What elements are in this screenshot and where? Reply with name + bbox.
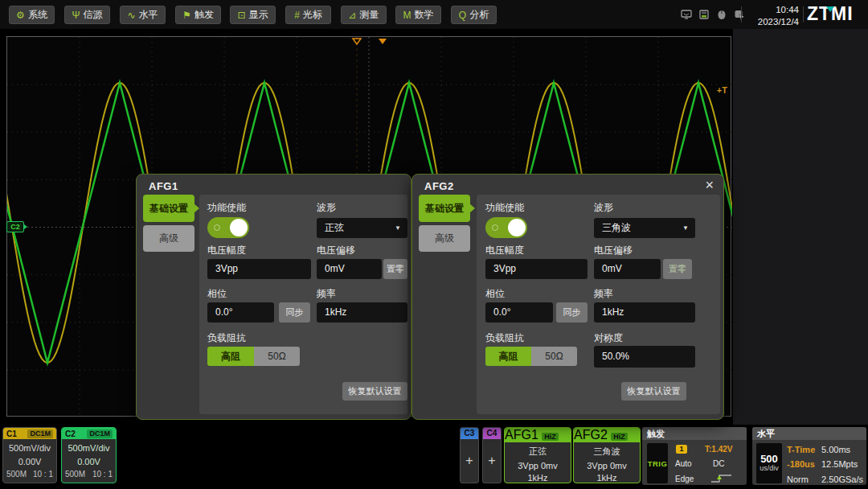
load-hiz-button[interactable]: 高阻 (485, 347, 531, 366)
afg1-dialog: AFG1 基础设置 高级 功能使能 波形 正弦▼ 电压幅度 电压偏移 3Vpp … (136, 174, 411, 420)
horizontal-section[interactable]: 水平 500 us/div T-Time 5.00ms -180us 12.5M… (752, 427, 866, 485)
triangle-ruler-icon: ⊿ (348, 10, 356, 20)
load-impedance-segment: 高阻 50Ω (207, 347, 300, 366)
menu-horizontal[interactable]: ∿水平 (120, 6, 166, 24)
load-50ohm-button[interactable]: 50Ω (254, 347, 300, 366)
probe-ratio: 10 : 1 (92, 470, 113, 479)
zero-button[interactable]: 置零 (383, 259, 407, 279)
frequency-input[interactable]: 1kHz (594, 302, 695, 323)
logo-triangle-icon (826, 6, 834, 12)
afg-wave: 三角波 (574, 446, 640, 458)
menu-source[interactable]: Ψ信源 (64, 6, 110, 24)
trigger-position-marker-icon[interactable] (377, 38, 388, 46)
channel2-ground-marker[interactable]: C2 (6, 221, 24, 232)
bandwidth: 500M (6, 470, 27, 479)
brand-logo: ZTMI (807, 3, 866, 25)
menu-analyze[interactable]: Q分析 (451, 6, 497, 24)
channel-id: C2 (65, 429, 76, 438)
coupling-badge: DC1M (87, 429, 113, 438)
offset-input[interactable]: 0mV (594, 259, 661, 279)
amplitude-input[interactable]: 3Vpp (207, 259, 311, 279)
channel-id: C1 (6, 429, 17, 438)
zero-button[interactable]: 置零 (663, 259, 692, 279)
mouse-status-icon (715, 8, 728, 21)
trigger-time-marker-icon[interactable] (351, 38, 362, 46)
sync-button[interactable]: 同步 (556, 302, 588, 323)
menu-cursor[interactable]: #光标 (285, 6, 331, 24)
chevron-down-icon: ▼ (395, 218, 401, 238)
restore-defaults-button[interactable]: 恢复默认设置 (342, 382, 407, 401)
screen-status-icon (680, 8, 693, 21)
waveform-select[interactable]: 三角波▼ (594, 218, 695, 238)
afg-frequency: 1kHz (505, 473, 571, 483)
touch-status-icon (733, 8, 746, 21)
wave-icon: ∿ (127, 10, 135, 20)
offset-label: 电压偏移 (594, 244, 633, 257)
add-channel4-button[interactable]: + (483, 439, 501, 483)
menu-system[interactable]: ⚙系统 (9, 6, 55, 24)
afg-id: AFG1 (505, 428, 538, 442)
trigger-section[interactable]: 触发 TRIG 1 T:1.42V Auto DC Edge (642, 427, 747, 485)
amplitude-label: 电压幅度 (485, 244, 524, 257)
waveform-label: 波形 (594, 201, 613, 215)
phase-label: 相位 (485, 287, 505, 301)
tab-basic-settings[interactable]: 基础设置 (143, 195, 194, 222)
trigger-type: Edge (675, 475, 694, 483)
status-icon-group (680, 8, 746, 21)
tab-basic-settings[interactable]: 基础设置 (419, 195, 470, 222)
channel-id: C4 (483, 428, 501, 439)
sync-button[interactable]: 同步 (279, 302, 310, 323)
bandwidth: 500M (65, 470, 85, 479)
menu-trigger[interactable]: ⚑触发 (175, 6, 221, 24)
channel4-box[interactable]: C4 + (482, 427, 502, 483)
enable-label: 功能使能 (207, 201, 246, 215)
restore-defaults-button[interactable]: 恢复默认设置 (621, 382, 686, 401)
channel-scale: 500mV/div (62, 443, 116, 453)
tab-advanced[interactable]: 高级 (143, 225, 194, 252)
waveform-label: 波形 (317, 201, 336, 215)
load-impedance-segment: 高阻 50Ω (485, 347, 577, 366)
enable-toggle[interactable] (485, 217, 527, 238)
offset-input[interactable]: 0mV (317, 259, 382, 279)
frequency-input[interactable]: 1kHz (317, 302, 407, 323)
coupling-badge: DC1M (27, 429, 53, 438)
antenna-icon: Ψ (72, 10, 80, 20)
load-impedance-label: 负载阻抗 (207, 331, 246, 345)
channel2-box[interactable]: C2 DC1M 500mV/div 0.00V 500M10 : 1 (61, 427, 117, 483)
load-hiz-button[interactable]: 高阻 (207, 347, 254, 366)
load-50ohm-button[interactable]: 50Ω (531, 347, 577, 366)
enable-toggle[interactable] (207, 217, 249, 238)
crosshair-icon: # (294, 10, 300, 20)
probe-ratio: 10 : 1 (33, 470, 53, 479)
add-channel3-button[interactable]: + (461, 439, 478, 483)
menu-measure[interactable]: ⊿测量 (341, 6, 387, 24)
gear-icon: ⚙ (16, 10, 25, 20)
trigger-indicator-box[interactable]: TRIG (647, 443, 668, 483)
afg-amp-offset: 3Vpp 0mv (505, 461, 571, 471)
trig-status: TRIG (648, 459, 668, 468)
close-icon[interactable]: × (705, 178, 714, 192)
timebase-box[interactable]: 500 us/div (756, 443, 782, 483)
channel1-box[interactable]: C1 DC1M 500mV/div 0.00V 500M10 : 1 (2, 427, 57, 483)
afg2-dialog: AFG2 × 基础设置 高级 功能使能 波形 三角波▼ 电压幅度 电压偏移 3V… (411, 174, 724, 420)
phase-input[interactable]: 0.0° (207, 302, 274, 323)
delay-value: -180us (787, 459, 815, 469)
phase-input[interactable]: 0.0° (485, 302, 553, 323)
phase-label: 相位 (207, 287, 227, 301)
menu-math[interactable]: M数学 (395, 6, 441, 24)
afg2-summary-box[interactable]: AFG2 HiZ 三角波 3Vpp 0mv 1kHz (573, 427, 641, 483)
channel-id: C3 (461, 428, 478, 439)
waveform-select[interactable]: 正弦▼ (317, 218, 407, 238)
channel3-box[interactable]: C3 + (460, 427, 479, 483)
amplitude-input[interactable]: 3Vpp (485, 259, 588, 279)
bottom-status-bar: C1 DC1M 500mV/div 0.00V 500M10 : 1 C2 DC… (0, 425, 868, 489)
trigger-level-marker[interactable]: +T (717, 85, 727, 95)
frequency-label: 频率 (594, 287, 613, 301)
acquire-mode: Norm (787, 475, 809, 484)
divider (741, 6, 742, 23)
symmetry-input[interactable]: 50.0% (594, 346, 695, 368)
menu-display[interactable]: ⊡显示 (230, 6, 276, 24)
channel-scale: 500mV/div (3, 443, 56, 453)
afg1-summary-box[interactable]: AFG1 HiZ 正弦 3Vpp 0mv 1kHz (504, 427, 571, 483)
tab-advanced[interactable]: 高级 (419, 225, 470, 252)
